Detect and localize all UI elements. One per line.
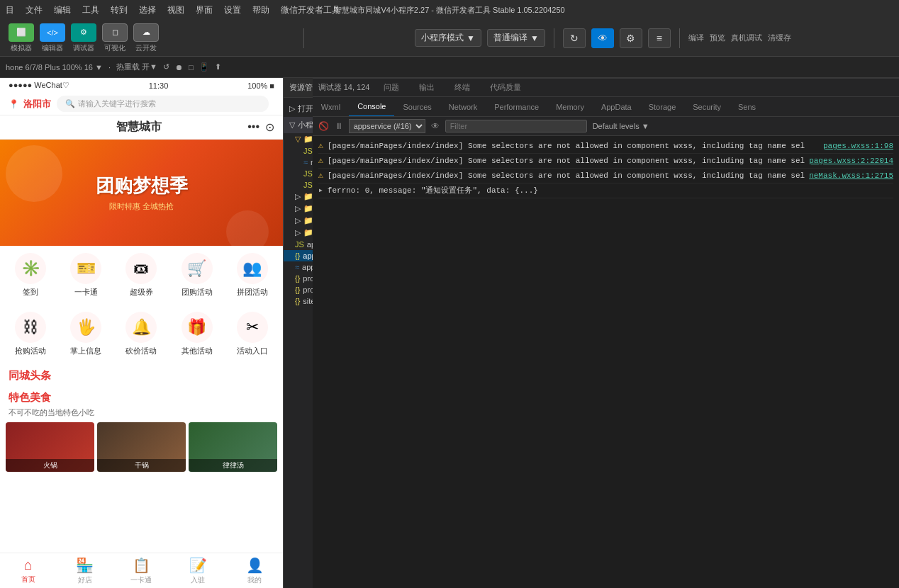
eye-btn[interactable]: 👁 <box>591 28 614 48</box>
console-tab-sources[interactable]: Sources <box>394 97 440 116</box>
phone-search[interactable]: 🔍 请输入关键字进行搜索 <box>57 96 269 112</box>
file-vendor-js[interactable]: JS vendor.js <box>284 179 313 191</box>
menu-item-tools[interactable]: 编辑 <box>54 4 71 16</box>
phone-time: 11:30 <box>149 81 169 90</box>
console-tab-sens[interactable]: Sens <box>730 97 764 116</box>
visible-btn[interactable]: ◻ 可视化 <box>102 23 128 53</box>
console-tab-performance[interactable]: Performance <box>486 97 547 116</box>
translate-label: 编译 <box>688 33 704 43</box>
file-app-wxss[interactable]: ≈ app.wxss <box>284 261 313 273</box>
project-private-icon: {} <box>295 285 300 294</box>
chaojiquan-icon: 🎟 <box>125 253 157 284</box>
more-icon[interactable]: ••• <box>247 120 259 134</box>
simulator-btn[interactable]: ⬜ 模拟器 <box>9 23 34 53</box>
menu-item-goto[interactable]: 工具 <box>82 4 99 16</box>
icon-pintuan[interactable]: 👥 拼团活动 <box>231 253 274 298</box>
bottom-tab-zhongduan[interactable]: 终端 <box>446 82 479 93</box>
folder-common[interactable]: ▽ 📁 common <box>284 133 313 145</box>
console-tab-network[interactable]: Network <box>440 97 486 116</box>
icon-zhangshang[interactable]: 🖐 掌上信息 <box>65 312 107 356</box>
console-link-3[interactable]: neMask.wxss:1:2715 <box>809 170 893 181</box>
icon-rukou[interactable]: ✂ 活动入口 <box>231 312 274 356</box>
menu-item-wechat[interactable]: 帮助 <box>252 4 269 16</box>
editor-btn[interactable]: </> 编辑器 <box>40 23 65 53</box>
nav-yikatong[interactable]: 📋 一卡通 <box>113 557 170 585</box>
refresh-btn[interactable]: ↻ <box>563 28 586 48</box>
record-icon[interactable]: ⏺ <box>175 63 183 72</box>
console-tab-console[interactable]: Console <box>349 97 394 116</box>
compile-select[interactable]: 普通编译 ▼ <box>487 29 545 47</box>
divider-1 <box>303 28 304 48</box>
file-project-config[interactable]: {} project.config.json <box>284 273 313 284</box>
debugger-btn[interactable]: ⚙ 调试器 <box>71 23 96 53</box>
file-sitemap[interactable]: {} sitemap.json <box>284 295 313 307</box>
scan-icon[interactable]: ⊙ <box>265 120 274 134</box>
hot-reload[interactable]: 热重载 开▼ <box>116 62 157 72</box>
miniprogram-select[interactable]: 小程序模式 ▼ <box>415 29 481 47</box>
menu-btn[interactable]: ≡ <box>648 28 671 48</box>
bottom-tab-wenti[interactable]: 问题 <box>375 82 408 93</box>
menu-item-edit[interactable]: 文件 <box>26 4 43 16</box>
menu-item-select[interactable]: 转到 <box>111 4 128 16</box>
bottom-tab-shuchu[interactable]: 输出 <box>411 82 443 93</box>
food-item-ganguo[interactable]: 干锅 <box>97 422 186 472</box>
folder-components[interactable]: ▷ 📁 components <box>284 191 313 203</box>
folder-pages[interactable]: ▷ 📁 pages <box>284 203 313 215</box>
file-main-js[interactable]: JS main.js <box>284 145 313 157</box>
console-tab-storage[interactable]: Storage <box>640 97 685 116</box>
cloud-btn[interactable]: ☁ 云开发 <box>133 23 159 53</box>
nav-wode[interactable]: 👤 我的 <box>226 557 283 585</box>
phone-icon[interactable]: 📱 <box>199 62 209 72</box>
settings-btn[interactable]: ⚙ <box>620 28 642 48</box>
nav-haodian[interactable]: 🏪 好店 <box>57 557 113 585</box>
bottom-tab-zhiliang[interactable]: 代码质量 <box>481 82 530 93</box>
icon-qiandao[interactable]: ✳️ 签到 <box>9 253 52 298</box>
icon-kanjia[interactable]: 🔔 砍价活动 <box>120 312 162 356</box>
menu-item-view[interactable]: 选择 <box>139 4 156 16</box>
refresh-icon[interactable]: ↺ <box>163 62 169 72</box>
file-main-wxss[interactable]: ≈ main.wxss <box>284 157 313 168</box>
console-link-1[interactable]: pages.wxss:1:98 <box>823 140 893 152</box>
console-filter-input[interactable] <box>445 120 587 132</box>
console-link-2[interactable]: pages.wxss:2:22014 <box>809 155 893 166</box>
icon-qianggou[interactable]: ⛓ 抢购活动 <box>9 312 52 356</box>
warn-icon-2: ⚠ <box>318 155 323 166</box>
menu-item-help[interactable]: 设置 <box>224 4 241 16</box>
divider-sep: · <box>108 63 111 72</box>
food-item-huoguo[interactable]: 火锅 <box>6 422 94 472</box>
eye-toggle-icon[interactable]: 👁 <box>431 121 440 131</box>
folder-static[interactable]: ▷ 📁 static <box>284 227 313 239</box>
console-tab-memory[interactable]: Memory <box>547 97 593 116</box>
upload-icon[interactable]: ⬆ <box>215 62 221 72</box>
menu-item-file[interactable]: 目 <box>6 4 14 16</box>
console-tab-security[interactable]: Security <box>684 97 730 116</box>
city-name-label[interactable]: 洛阳市 <box>23 98 51 111</box>
file-project-private[interactable]: {} project.private.config.json <box>284 284 313 295</box>
icon-chaojiquan[interactable]: 🎟 超级券 <box>120 253 162 298</box>
stop-icon[interactable]: □ <box>189 63 194 72</box>
nav-ruzhu[interactable]: 📝 入驻 <box>169 557 226 585</box>
file-app-js[interactable]: JS app.js <box>284 239 313 250</box>
default-levels[interactable]: Default levels ▼ <box>593 122 649 130</box>
menu-item-interface[interactable]: 视图 <box>167 4 184 16</box>
section-open-editors[interactable]: ▷ 打开的编辑器 <box>284 101 313 117</box>
nav-home[interactable]: ⌂ 首页 <box>0 557 57 584</box>
file-app-json[interactable]: {} app.json <box>284 250 313 261</box>
menu-item-settings[interactable]: 界面 <box>196 4 213 16</box>
console-pause-icon[interactable]: ⏸ <box>335 121 343 131</box>
appservice-select[interactable]: appservice (#16) <box>349 119 425 133</box>
console-tab-appdata[interactable]: AppData <box>593 97 640 116</box>
file-runtime-js[interactable]: JS runtime.js <box>284 168 313 179</box>
console-clear-icon[interactable]: 🚫 <box>318 121 329 131</box>
food-item-lutang[interactable]: 律律汤 <box>189 422 277 472</box>
right-panel-container: 资源管理器 ··· ▷ 打开的编辑器 ▽ 小程序端 (常驻端) ▽ <box>284 78 313 588</box>
folder-pagesa[interactable]: ▷ 📁 pagesA <box>284 215 313 227</box>
debugger-icon: ⚙ <box>71 23 96 42</box>
section-miniprogram[interactable]: ▽ 小程序端 (常驻端) <box>284 117 313 133</box>
icon-tuangou[interactable]: 🛒 团购活动 <box>176 253 218 298</box>
console-tab-wxml[interactable]: Wxml <box>313 97 350 116</box>
icon-yikatong[interactable]: 🎫 一卡通 <box>65 253 107 298</box>
icon-qita[interactable]: 🎁 其他活动 <box>176 312 218 356</box>
chevron-right-icon-pagesa: ▷ <box>295 216 301 225</box>
menu-item-devtools[interactable]: 微信开发者工具 <box>281 4 340 16</box>
